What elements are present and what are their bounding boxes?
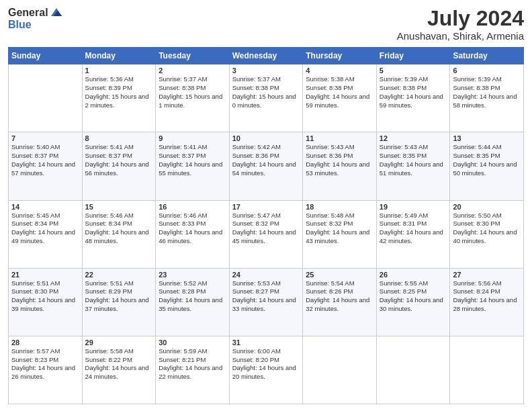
calendar-body: 1Sunrise: 5:36 AMSunset: 8:39 PMDaylight… [9,64,524,404]
calendar-cell: 31Sunrise: 6:00 AMSunset: 8:20 PMDayligh… [229,336,303,404]
calendar-cell: 23Sunrise: 5:52 AMSunset: 8:28 PMDayligh… [156,268,230,336]
header-monday: Monday [82,48,156,64]
calendar-cell: 20Sunrise: 5:50 AMSunset: 8:30 PMDayligh… [450,200,524,268]
calendar-cell: 27Sunrise: 5:56 AMSunset: 8:24 PMDayligh… [450,268,524,336]
header: General Blue July 2024 Anushavan, Shirak… [8,7,524,42]
day-info: Sunrise: 5:38 AMSunset: 8:38 PMDaylight:… [306,75,373,109]
day-number: 22 [85,271,153,279]
day-number: 29 [85,338,153,347]
header-tuesday: Tuesday [156,48,230,64]
day-number: 7 [11,134,79,142]
calendar-cell: 30Sunrise: 5:59 AMSunset: 8:21 PMDayligh… [156,336,230,404]
day-info: Sunrise: 5:41 AMSunset: 8:37 PMDaylight:… [159,143,226,177]
day-info: Sunrise: 5:53 AMSunset: 8:27 PMDaylight:… [232,279,300,314]
calendar-cell: 6Sunrise: 5:39 AMSunset: 8:38 PMDaylight… [450,64,524,132]
calendar-cell: 10Sunrise: 5:42 AMSunset: 8:36 PMDayligh… [229,132,303,200]
calendar-cell: 29Sunrise: 5:58 AMSunset: 8:22 PMDayligh… [82,336,156,404]
subtitle: Anushavan, Shirak, Armenia [397,30,524,42]
page: General Blue July 2024 Anushavan, Shirak… [0,0,532,411]
day-number: 25 [306,271,373,279]
day-info: Sunrise: 5:37 AMSunset: 8:38 PMDaylight:… [159,75,226,109]
day-info: Sunrise: 5:39 AMSunset: 8:38 PMDaylight:… [380,75,447,109]
calendar-cell: 13Sunrise: 5:44 AMSunset: 8:35 PMDayligh… [450,132,524,200]
calendar-cell: 12Sunrise: 5:43 AMSunset: 8:35 PMDayligh… [376,132,450,200]
day-number: 31 [232,338,300,347]
calendar-cell: 28Sunrise: 5:57 AMSunset: 8:23 PMDayligh… [9,336,83,404]
calendar-cell: 18Sunrise: 5:48 AMSunset: 8:32 PMDayligh… [303,200,377,268]
calendar-cell: 1Sunrise: 5:36 AMSunset: 8:39 PMDaylight… [82,64,156,132]
logo-text: General Blue [8,7,63,31]
logo-blue: Blue [8,19,63,31]
day-number: 2 [159,66,226,75]
day-info: Sunrise: 5:43 AMSunset: 8:36 PMDaylight:… [306,143,373,177]
header-saturday: Saturday [450,48,524,64]
calendar-cell: 24Sunrise: 5:53 AMSunset: 8:27 PMDayligh… [229,268,303,336]
day-info: Sunrise: 5:51 AMSunset: 8:30 PMDaylight:… [11,279,79,314]
calendar-cell: 9Sunrise: 5:41 AMSunset: 8:37 PMDaylight… [156,132,230,200]
day-number: 15 [85,203,153,211]
calendar-cell [9,64,83,132]
day-info: Sunrise: 5:51 AMSunset: 8:29 PMDaylight:… [85,279,153,314]
day-number: 16 [159,203,226,211]
calendar-cell: 26Sunrise: 5:55 AMSunset: 8:25 PMDayligh… [376,268,450,336]
day-number: 19 [380,203,447,211]
day-info: Sunrise: 5:39 AMSunset: 8:38 PMDaylight:… [453,75,521,109]
day-info: Sunrise: 5:40 AMSunset: 8:37 PMDaylight:… [11,143,79,177]
calendar-cell [376,336,450,404]
day-info: Sunrise: 5:36 AMSunset: 8:39 PMDaylight:… [85,75,153,109]
day-number: 5 [380,66,447,75]
day-info: Sunrise: 5:46 AMSunset: 8:33 PMDaylight:… [159,212,226,246]
calendar-table: Sunday Monday Tuesday Wednesday Thursday… [8,47,524,404]
calendar-cell: 7Sunrise: 5:40 AMSunset: 8:37 PMDaylight… [9,132,83,200]
day-number: 8 [85,134,153,142]
day-info: Sunrise: 5:58 AMSunset: 8:22 PMDaylight:… [85,347,153,381]
day-info: Sunrise: 5:59 AMSunset: 8:21 PMDaylight:… [159,347,226,381]
calendar-cell: 4Sunrise: 5:38 AMSunset: 8:38 PMDaylight… [303,64,377,132]
day-number: 28 [11,338,79,347]
logo-general: General [8,7,48,19]
calendar-cell: 11Sunrise: 5:43 AMSunset: 8:36 PMDayligh… [303,132,377,200]
calendar-cell: 19Sunrise: 5:49 AMSunset: 8:31 PMDayligh… [376,200,450,268]
main-title: July 2024 [397,7,524,30]
day-info: Sunrise: 5:56 AMSunset: 8:24 PMDaylight:… [453,279,521,314]
calendar-cell: 5Sunrise: 5:39 AMSunset: 8:38 PMDaylight… [376,64,450,132]
day-info: Sunrise: 5:44 AMSunset: 8:35 PMDaylight:… [453,143,521,177]
day-info: Sunrise: 5:55 AMSunset: 8:25 PMDaylight:… [380,279,447,314]
calendar-cell [303,336,377,404]
calendar-week-4: 21Sunrise: 5:51 AMSunset: 8:30 PMDayligh… [9,268,524,336]
calendar-cell: 17Sunrise: 5:47 AMSunset: 8:32 PMDayligh… [229,200,303,268]
calendar-week-5: 28Sunrise: 5:57 AMSunset: 8:23 PMDayligh… [9,336,524,404]
day-number: 4 [306,66,373,75]
day-number: 17 [232,203,300,211]
day-number: 21 [11,271,79,279]
calendar-cell: 3Sunrise: 5:37 AMSunset: 8:38 PMDaylight… [229,64,303,132]
day-info: Sunrise: 5:48 AMSunset: 8:32 PMDaylight:… [306,212,373,246]
day-info: Sunrise: 5:57 AMSunset: 8:23 PMDaylight:… [11,347,79,381]
logo: General Blue [8,7,63,31]
header-friday: Friday [376,48,450,64]
day-info: Sunrise: 5:47 AMSunset: 8:32 PMDaylight:… [232,212,300,246]
calendar-cell: 8Sunrise: 5:41 AMSunset: 8:37 PMDaylight… [82,132,156,200]
day-number: 20 [453,203,521,211]
logo-icon [50,5,63,19]
calendar-cell: 21Sunrise: 5:51 AMSunset: 8:30 PMDayligh… [9,268,83,336]
day-number: 9 [159,134,226,142]
day-number: 12 [380,134,447,142]
day-info: Sunrise: 5:41 AMSunset: 8:37 PMDaylight:… [85,143,153,177]
calendar-cell: 25Sunrise: 5:54 AMSunset: 8:26 PMDayligh… [303,268,377,336]
calendar-cell: 22Sunrise: 5:51 AMSunset: 8:29 PMDayligh… [82,268,156,336]
day-info: Sunrise: 5:52 AMSunset: 8:28 PMDaylight:… [159,279,226,314]
day-info: Sunrise: 5:50 AMSunset: 8:30 PMDaylight:… [453,212,521,246]
calendar-week-2: 7Sunrise: 5:40 AMSunset: 8:37 PMDaylight… [9,132,524,200]
calendar-cell: 14Sunrise: 5:45 AMSunset: 8:34 PMDayligh… [9,200,83,268]
calendar-week-1: 1Sunrise: 5:36 AMSunset: 8:39 PMDaylight… [9,64,524,132]
calendar-cell: 16Sunrise: 5:46 AMSunset: 8:33 PMDayligh… [156,200,230,268]
day-number: 3 [232,66,300,75]
header-thursday: Thursday [303,48,377,64]
day-number: 23 [159,271,226,279]
day-number: 13 [453,134,521,142]
day-info: Sunrise: 5:37 AMSunset: 8:38 PMDaylight:… [232,75,300,109]
header-wednesday: Wednesday [229,48,303,64]
day-number: 30 [159,338,226,347]
calendar-cell [450,336,524,404]
